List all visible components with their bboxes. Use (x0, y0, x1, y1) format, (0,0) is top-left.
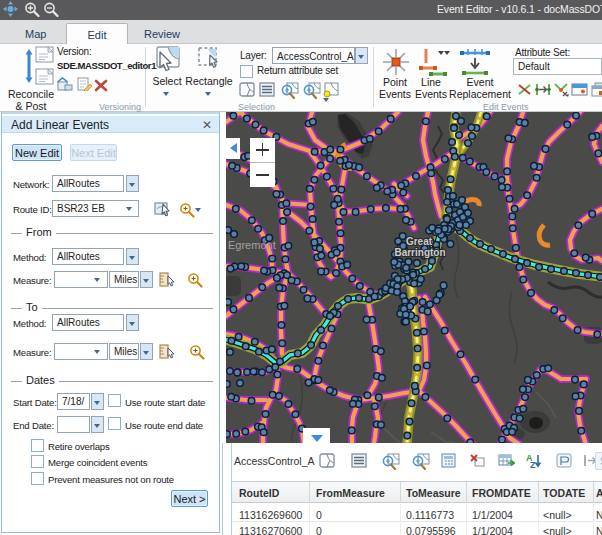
svg-text:Great: Great (406, 236, 433, 247)
svg-text:Barrington: Barrington (394, 247, 445, 258)
svg-text:Z: Z (530, 460, 536, 469)
svg-text:Egremont: Egremont (228, 239, 276, 251)
